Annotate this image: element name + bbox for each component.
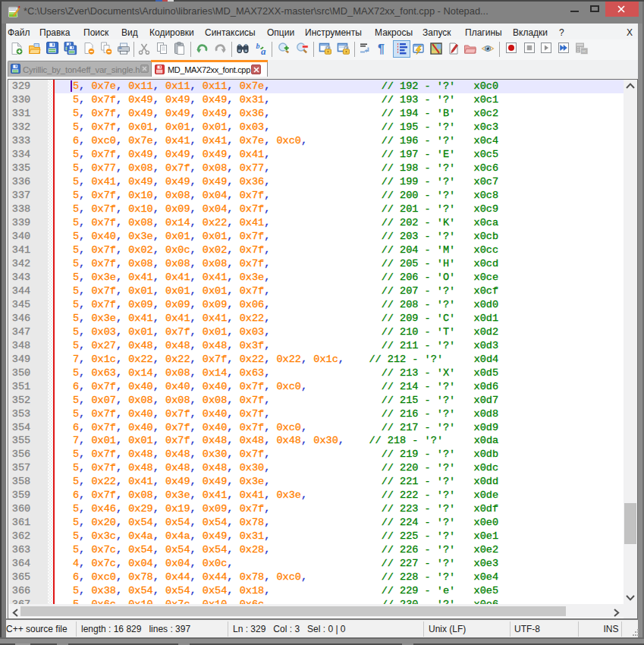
svg-text:uc: uc <box>582 48 586 52</box>
svg-text:b: b <box>256 42 259 50</box>
svg-text:a: a <box>261 45 266 55</box>
svg-text:¶: ¶ <box>378 42 385 55</box>
